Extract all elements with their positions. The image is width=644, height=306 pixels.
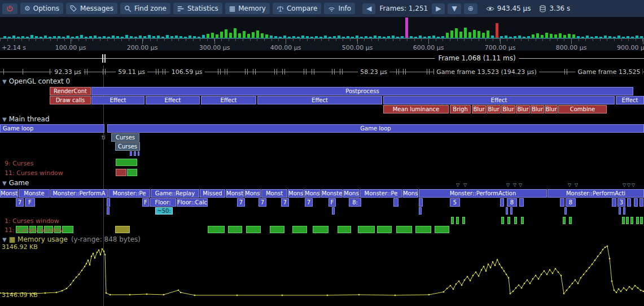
prev-frame-button[interactable]: ◀ — [362, 3, 375, 14]
zone-bar[interactable] — [506, 207, 508, 215]
frame-time-bar[interactable] — [252, 32, 255, 38]
frame-time-bar[interactable] — [545, 33, 548, 38]
zone-bar[interactable]: Effect — [201, 96, 256, 104]
compare-button[interactable]: Compare — [273, 3, 321, 14]
frame-label[interactable]: Frame 1,068 (1.11 ms) — [435, 54, 519, 62]
zone-bar[interactable]: 7 — [237, 198, 245, 207]
zone-bar[interactable]: Monster::PerformA — [50, 189, 108, 198]
info-button[interactable]: Info — [324, 3, 355, 14]
zone-bar[interactable] — [107, 207, 109, 215]
zone-bar[interactable]: Monster::Pe — [360, 189, 402, 198]
frame-time-bar[interactable] — [450, 30, 453, 38]
zone-bar[interactable] — [622, 217, 625, 224]
zone-bar[interactable] — [393, 198, 398, 207]
zone-bar[interactable]: Blur — [545, 105, 558, 113]
frame-time-bar[interactable] — [247, 34, 250, 38]
section-header-game[interactable]: ▼Game — [2, 179, 29, 187]
zone-bar[interactable] — [626, 217, 629, 224]
zone-bar[interactable] — [107, 198, 110, 207]
frame-time-histogram[interactable] — [0, 17, 644, 38]
zone-bar[interactable]: Monst — [244, 189, 261, 198]
zone-bar[interactable] — [636, 217, 639, 224]
zone-bar[interactable] — [138, 151, 139, 156]
zone-bar[interactable] — [627, 198, 631, 207]
zone-bar[interactable]: Effect — [257, 96, 382, 104]
zone-bar[interactable]: RenderCont — [50, 87, 91, 95]
zone-bar[interactable] — [507, 217, 510, 224]
message-marker-icon[interactable]: ▽ — [519, 183, 522, 187]
zone-bar[interactable]: 7 — [281, 198, 289, 207]
zone-bar[interactable]: Blur — [501, 105, 515, 113]
frame-time-bar[interactable] — [482, 33, 485, 38]
frame-time-bar[interactable] — [455, 28, 458, 38]
zone-bar[interactable] — [639, 198, 643, 207]
zone-bar[interactable] — [246, 226, 261, 233]
zone-bar[interactable] — [500, 198, 504, 207]
zone-bar[interactable]: Game::Replay — [151, 189, 199, 198]
zone-bar[interactable] — [116, 159, 137, 166]
zone-bar[interactable]: Effect — [91, 96, 144, 104]
zone-bar[interactable]: Monster::Pe — [108, 189, 150, 198]
subframe-label[interactable]: 58.23 μs — [358, 68, 389, 76]
frame-time-bar[interactable] — [487, 30, 489, 38]
message-marker-icon[interactable]: ▽ — [568, 183, 571, 187]
zone-bar[interactable] — [514, 217, 517, 224]
zone-bar[interactable] — [62, 226, 73, 233]
zone-bar[interactable] — [358, 226, 375, 233]
frame-time-bar[interactable] — [225, 29, 227, 38]
zone-bar[interactable]: 8 — [566, 198, 576, 207]
statistics-button[interactable]: Statistics — [173, 3, 222, 14]
zone-bar[interactable] — [462, 217, 465, 224]
zone-bar[interactable]: 7 — [16, 198, 24, 207]
frame-time-bar[interactable] — [446, 33, 449, 38]
frame-time-bar[interactable] — [238, 33, 241, 38]
options-button[interactable]: ⚙Options — [20, 3, 63, 14]
zone-bar[interactable] — [377, 226, 392, 233]
zone-bar[interactable] — [435, 226, 449, 233]
thread-label[interactable]: 1: Curses window — [5, 217, 59, 225]
zone-bar[interactable] — [630, 217, 633, 224]
zone-bar[interactable]: 3 — [617, 198, 625, 207]
frame-time-bar[interactable] — [568, 34, 571, 38]
zone-bar[interactable] — [419, 207, 422, 215]
zone-bar[interactable]: Curses — [111, 133, 139, 142]
zone-bar[interactable]: Game loop — [0, 124, 104, 133]
zone-bar[interactable] — [634, 198, 638, 207]
messages-button[interactable]: Messages — [66, 3, 117, 14]
zone-bar[interactable]: F — [328, 198, 336, 207]
zone-bar[interactable]: F — [142, 198, 149, 207]
zone-bar[interactable]: Postprocess — [91, 87, 633, 95]
zone-bar[interactable] — [127, 169, 137, 176]
subframe-label[interactable]: Game frame 13,525 — [576, 68, 643, 76]
frame-time-bar[interactable] — [207, 34, 209, 38]
subframe-label[interactable]: 59.11 μs — [116, 68, 147, 76]
frame-time-bar[interactable] — [496, 23, 498, 38]
zone-bar[interactable] — [115, 226, 130, 233]
zone-bar[interactable] — [116, 169, 126, 176]
zone-bar[interactable] — [612, 198, 616, 207]
frame-time-bar[interactable] — [536, 33, 539, 38]
frame-time-bar[interactable] — [459, 32, 462, 38]
zone-bar[interactable]: Mons — [343, 189, 360, 198]
next-frame-button[interactable]: ▶ — [432, 3, 445, 14]
frame-time-bar[interactable] — [468, 32, 471, 38]
zone-bar[interactable]: Monst — [261, 189, 287, 198]
zone-bar[interactable]: F — [25, 198, 35, 207]
frame-time-bar[interactable] — [405, 18, 408, 38]
zone-bar[interactable]: Effect — [383, 96, 615, 104]
zone-bar[interactable] — [313, 226, 328, 233]
zone-bar[interactable] — [560, 198, 564, 207]
zone-bar[interactable]: 8 — [507, 198, 517, 207]
frame-time-bar[interactable] — [550, 34, 553, 38]
frame-time-bar[interactable] — [477, 31, 480, 38]
zone-bar[interactable]: Floor: — [150, 198, 176, 207]
subframe-label[interactable]: Game frame 13,523 (194.23 μs) — [434, 68, 539, 76]
zone-bar[interactable]: Effect — [616, 96, 644, 104]
message-marker-icon[interactable]: ▽ — [463, 183, 467, 187]
zone-bar[interactable]: Blur — [487, 105, 501, 113]
zone-bar[interactable]: Mean luminance — [383, 105, 449, 113]
zone-bar[interactable] — [228, 226, 242, 233]
message-marker-icon[interactable]: ▽ — [513, 183, 516, 187]
section-header-main-thread[interactable]: ▼Main thread — [2, 115, 50, 123]
frame-time-bar[interactable] — [229, 33, 232, 38]
